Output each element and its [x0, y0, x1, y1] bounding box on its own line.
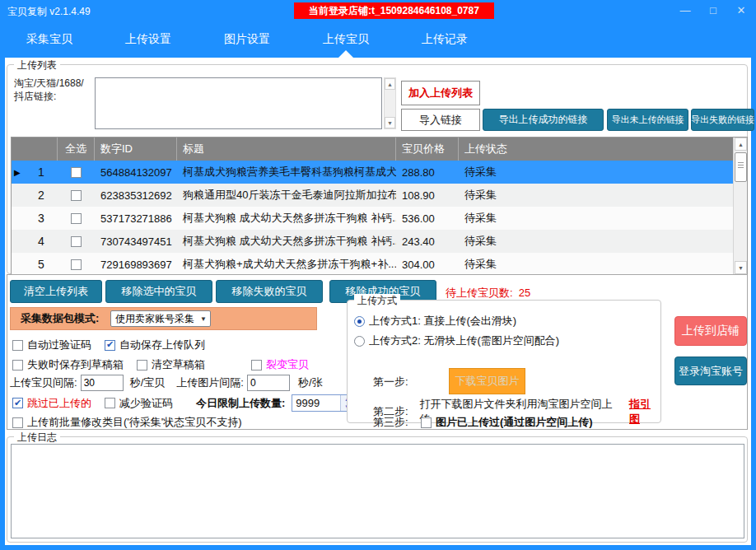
upload-mode-group-title: 上传方式 — [354, 294, 400, 308]
remove-failed-button[interactable]: 移除失败的宝贝 — [216, 280, 323, 303]
row-checkbox-cell: ✔ — [58, 207, 95, 230]
checkbox-auto-save-queue[interactable]: ✔ — [105, 340, 115, 351]
radio-direct-upload[interactable] — [354, 316, 365, 327]
row-checkbox-cell: ✔ — [58, 184, 95, 207]
settings-row-5: ✔ 上传前批量修改类目('待采集'状态宝贝不支持) — [12, 415, 242, 430]
checkbox-clear-draft[interactable]: ✔ — [137, 360, 147, 371]
upload-mode-option-1[interactable]: 上传方式1: 直接上传(会出滑块) — [354, 314, 516, 329]
checkbox-images-uploaded[interactable]: ✔ — [421, 417, 432, 428]
export-failed-links-button[interactable]: 导出失败的链接 — [691, 109, 754, 131]
row-checkbox[interactable]: ✔ — [71, 236, 82, 247]
column-header[interactable]: 上传状态 — [459, 138, 733, 161]
checkbox-less-captcha[interactable]: ✔ — [105, 398, 115, 408]
row-checkbox[interactable]: ✔ — [71, 213, 82, 224]
checkbox-label: 减少验证码 — [119, 396, 173, 411]
interval-img-input[interactable] — [247, 375, 290, 391]
table-row[interactable]: 4✔730743497451柯基犬狗粮 成犬幼犬天然多拼冻干狗粮 补钙...24… — [12, 230, 733, 253]
guide-image-link[interactable]: 指引图 — [629, 397, 660, 426]
tab-1[interactable]: 采集宝贝 — [0, 21, 99, 58]
column-header[interactable]: 数字ID — [95, 138, 177, 161]
step-1-row: 第一步: 下载宝贝图片 — [373, 375, 421, 389]
item-status-cell: 待采集 — [459, 184, 733, 207]
link-input-scrollbar[interactable]: ▲ ▼ — [384, 77, 396, 129]
link-input-label: 淘宝/天猫/1688/ 抖店链接: — [14, 77, 96, 103]
settings-row-2: ✔ 失败时保存到草稿箱 ✔ 清空草稿箱 ✔ 裂变宝贝 — [12, 357, 309, 372]
column-header[interactable] — [12, 138, 58, 161]
item-title-cell: 柯基犬狗粮+成犬幼犬天然多拼冻干狗粮+补... — [177, 253, 396, 276]
settings-row-3: 上传宝贝间隔: 秒/宝贝 上传图片间隔: 秒/张 — [10, 375, 323, 391]
scroll-up-icon[interactable]: ▲ — [385, 78, 395, 90]
collect-mode-value: 使用卖家账号采集 — [111, 312, 197, 326]
checkbox-fission[interactable]: ✔ — [251, 360, 262, 371]
checkbox-label: 失败时保存到草稿箱 — [27, 357, 124, 372]
titlebar: 宝贝复制 v2.1.4.49 当前登录店铺:t_1509284646108_07… — [0, 0, 756, 21]
remove-selected-button[interactable]: 移除选中的宝贝 — [105, 280, 212, 303]
item-status-cell: 待采集 — [459, 207, 733, 230]
row-index-cell: ▶1 — [12, 161, 58, 184]
active-tab-arrow-icon — [338, 50, 353, 58]
interval-item-input[interactable] — [81, 375, 124, 391]
column-header[interactable]: 标题 — [177, 138, 396, 161]
scroll-up-icon[interactable]: ▲ — [735, 138, 747, 151]
column-header[interactable]: 宝贝价格 — [396, 138, 459, 161]
item-id-cell: 623835312692 — [95, 184, 177, 207]
tab-5[interactable]: 上传记录 — [395, 21, 494, 58]
upload-log-box[interactable] — [11, 444, 744, 538]
checkbox-label: 清空草稿箱 — [152, 357, 205, 372]
app-title: 宝贝复制 v2.1.4.49 — [7, 5, 91, 19]
table-row[interactable]: 2✔623835312692狗粮通用型40斤装冻干金毛泰迪阿拉斯加拉布...10… — [12, 184, 733, 207]
scroll-down-icon[interactable]: ▼ — [735, 261, 747, 274]
table-row[interactable]: 5✔729169893697柯基犬狗粮+成犬幼犬天然多拼冻干狗粮+补...304… — [12, 253, 733, 276]
login-taobao-button[interactable]: 登录淘宝账号 — [674, 357, 747, 385]
export-success-links-button[interactable]: 导出上传成功的链接 — [483, 109, 604, 131]
daily-limit-label: 今日限制上传数量: — [196, 396, 285, 411]
checkbox-batch-category[interactable]: ✔ — [12, 417, 23, 428]
row-checkbox[interactable]: ✔ — [71, 190, 82, 201]
item-status-cell: 待采集 — [459, 230, 733, 253]
close-icon[interactable]: ✕ — [733, 2, 749, 18]
tab-3[interactable]: 图片设置 — [198, 21, 296, 58]
item-price-cell: 304.00 — [396, 253, 459, 276]
window-controls: — □ ✕ — [677, 2, 749, 18]
scrollbar-thumb[interactable] — [735, 152, 747, 182]
table-row[interactable]: ▶1✔564884132097柯基成犬狗粮营养美毛丰臀科基狗粮柯基成犬...28… — [12, 161, 733, 184]
maximize-icon[interactable]: □ — [705, 2, 721, 18]
item-price-cell: 536.00 — [396, 207, 459, 230]
item-title-cell: 柯基犬狗粮 成犬幼犬天然多拼冻干狗粮 补钙... — [177, 207, 396, 230]
checkbox-label: 裂变宝贝 — [266, 357, 309, 372]
download-item-images-button[interactable]: 下载宝贝图片 — [449, 368, 525, 394]
collect-mode-label: 采集数据包模式: — [21, 311, 99, 326]
add-to-list-button[interactable]: 加入上传列表 — [401, 81, 480, 105]
clear-list-button[interactable]: 清空上传列表 — [10, 280, 102, 303]
checkbox-label: 跳过已上传的 — [27, 396, 91, 411]
radio-label: 上传方式2: 无滑块上传(需图片空间配合) — [369, 333, 559, 348]
row-number: 5 — [25, 258, 58, 271]
export-pending-links-button[interactable]: 导出未上传的链接 — [607, 109, 688, 131]
table-row[interactable]: 3✔537173271886柯基犬狗粮 成犬幼犬天然多拼冻干狗粮 补钙...53… — [12, 207, 733, 230]
upload-to-shop-button[interactable]: 上传到店铺 — [674, 316, 747, 346]
column-header[interactable]: 全选 — [58, 138, 95, 161]
table-body: ▶1✔564884132097柯基成犬狗粮营养美毛丰臀科基狗粮柯基成犬...28… — [12, 161, 733, 276]
link-input[interactable] — [95, 77, 382, 129]
import-links-button[interactable]: 导入链接 — [401, 109, 480, 131]
items-table-main: 全选数字ID标题宝贝价格上传状态 ▶1✔564884132097柯基成犬狗粮营养… — [12, 138, 733, 274]
radio-no-slider-upload[interactable] — [354, 336, 365, 347]
item-id-cell: 537173271886 — [95, 207, 177, 230]
logged-in-shop-banner: 当前登录店铺:t_1509284646108_0787 — [294, 2, 494, 19]
tab-2[interactable]: 上传设置 — [99, 21, 198, 58]
row-checkbox[interactable]: ✔ — [71, 259, 82, 270]
checkbox-save-draft-on-fail[interactable]: ✔ — [12, 360, 23, 371]
tab-4[interactable]: 上传宝贝 — [296, 21, 395, 58]
row-checkbox[interactable]: ✔ — [71, 167, 82, 178]
daily-limit-stepper[interactable]: 9999 ▲ ▼ — [292, 394, 353, 412]
scroll-down-icon[interactable]: ▼ — [385, 117, 395, 128]
upload-log-group-title: 上传日志 — [14, 431, 60, 445]
checkbox-skip-uploaded[interactable]: ✔ — [12, 398, 23, 408]
collect-mode-dropdown[interactable]: 使用卖家账号采集 ▼ — [110, 310, 211, 327]
row-checkbox-cell: ✔ — [58, 161, 95, 184]
row-number: 1 — [25, 165, 58, 179]
table-scrollbar[interactable]: ▲ ▼ — [733, 138, 747, 274]
upload-mode-option-2[interactable]: 上传方式2: 无滑块上传(需图片空间配合) — [354, 333, 559, 348]
minimize-icon[interactable]: — — [677, 2, 693, 18]
checkbox-auto-captcha[interactable]: ✔ — [12, 340, 23, 351]
